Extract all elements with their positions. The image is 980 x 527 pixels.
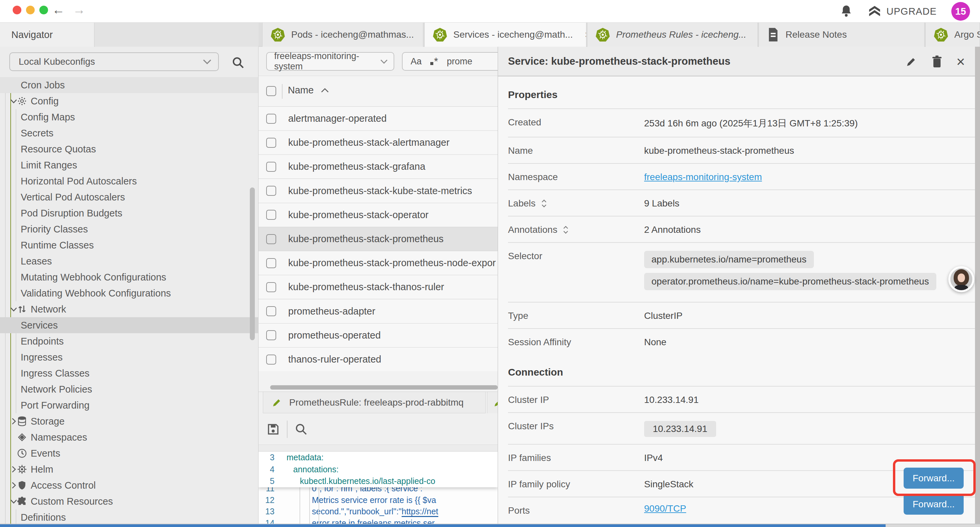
kubernetes-icon (934, 27, 948, 42)
detail-row-labels: Labels9 Labels (508, 189, 976, 216)
dock-tab-next[interactable] (487, 392, 498, 413)
sidebar-item-cron-jobs[interactable]: Cron Jobs (0, 77, 259, 93)
sidebar-item-definitions[interactable]: Definitions (0, 509, 259, 525)
table-row[interactable]: kube-prometheus-stack-prometheus (259, 227, 498, 251)
dock-tab-prometheusrule[interactable]: PrometheusRule: freeleaps-prod-rabbitmq (263, 392, 486, 413)
sidebar-item-vertical-pod-autoscalers[interactable]: Vertical Pod Autoscalers (0, 189, 259, 205)
sidebar-item-endpoints[interactable]: Endpoints (0, 333, 259, 349)
sidebar-scrollbar-thumb[interactable] (250, 188, 255, 340)
sidebar-item-config[interactable]: Config (0, 93, 259, 109)
tab-prometheus-rules-icecheng[interactable]: Prometheus Rules - icecheng... (587, 23, 758, 47)
sidebar-item-access-control[interactable]: Access Control (0, 477, 259, 493)
save-button[interactable] (264, 420, 282, 438)
table-row[interactable]: thanos-ruler-operated (259, 347, 498, 372)
table-row[interactable]: kube-prometheus-stack-prometheus-node-ex… (259, 251, 498, 275)
sidebar-search-button[interactable] (229, 54, 247, 72)
list-search-input[interactable]: Aa * prome (402, 52, 498, 71)
sidebar-item-network-policies[interactable]: Network Policies (0, 381, 259, 397)
select-all-checkbox[interactable] (266, 86, 276, 96)
editor-search-button[interactable] (293, 420, 310, 438)
row-checkbox[interactable] (266, 186, 276, 196)
tab-argo-se[interactable]: Argo Se (925, 23, 980, 47)
sidebar-item-validating-webhook-configurations[interactable]: Validating Webhook Configurations (0, 285, 259, 301)
upgrade-button[interactable]: UPGRADE (867, 5, 937, 18)
expand-toggle-icon[interactable] (562, 225, 570, 235)
row-checkbox[interactable] (266, 114, 276, 124)
detail-label: Cluster IP (508, 393, 644, 405)
sidebar-item-ingresses[interactable]: Ingresses (0, 349, 259, 365)
tab-services-icecheng-math[interactable]: Services - icecheng@math...× (424, 23, 586, 47)
user-avatar[interactable] (948, 266, 974, 292)
drawer-scrollbar-track[interactable] (975, 47, 980, 527)
match-case-toggle[interactable]: Aa (410, 56, 422, 67)
sidebar-item-storage[interactable]: Storage (0, 413, 259, 429)
regex-toggle[interactable]: * (430, 56, 438, 68)
table-row[interactable]: prometheus-adapter (259, 299, 498, 323)
sidebar-item-mutating-webhook-configurations[interactable]: Mutating Webhook Configurations (0, 269, 259, 285)
table-row[interactable]: prometheus-operated (259, 323, 498, 347)
edit-pencil-icon[interactable] (905, 56, 918, 68)
row-checkbox[interactable] (266, 355, 276, 365)
tab-release-notes[interactable]: Release Notes (759, 23, 924, 47)
port-link[interactable]: 9090/TCP (644, 503, 686, 514)
sidebar-item-leases[interactable]: Leases (0, 253, 259, 269)
bell-icon[interactable] (840, 4, 853, 18)
sidebar-item-namespaces[interactable]: Namespaces (0, 429, 259, 445)
row-checkbox[interactable] (266, 330, 276, 340)
tab-pods-icecheng-mathmas[interactable]: Pods - icecheng@mathmas... (262, 23, 423, 47)
sidebar-item-config-maps[interactable]: Config Maps (0, 109, 259, 125)
table-row[interactable]: kube-prometheus-stack-alertmanager (259, 131, 498, 155)
sidebar-item-priority-classes[interactable]: Priority Classes (0, 221, 259, 237)
row-checkbox[interactable] (266, 234, 276, 244)
sidebar-item-custom-resources[interactable]: Custom Resources (0, 493, 259, 509)
editor-top-strip (259, 445, 498, 452)
column-header-name[interactable]: Name (288, 85, 329, 96)
notification-count-badge[interactable]: 15 (951, 2, 970, 21)
namespace-select[interactable]: freeleaps-monitoring-system (266, 52, 394, 71)
table-row[interactable]: kube-prometheus-stack-grafana (259, 155, 498, 179)
table-row[interactable]: kube-prometheus-stack-thanos-ruler (259, 275, 498, 299)
service-name-cell: kube-prometheus-stack-thanos-ruler (288, 282, 444, 293)
yaml-editor[interactable]: 3metadata:4annotations:5kubectl.kubernet… (259, 452, 498, 527)
sidebar-item-port-forwarding[interactable]: Port Forwarding (0, 397, 259, 413)
forward-button[interactable]: Forward... (904, 494, 964, 515)
close-icon[interactable]: × (956, 56, 965, 68)
navigator-panel-tab[interactable]: Navigator (0, 23, 94, 47)
sidebar-item-services[interactable]: Services (0, 317, 259, 333)
sidebar-item-network[interactable]: Network (0, 301, 259, 317)
sidebar-item-resource-quotas[interactable]: Resource Quotas (0, 141, 259, 157)
sidebar-item-secrets[interactable]: Secrets (0, 125, 259, 141)
sidebar-item-ingress-classes[interactable]: Ingress Classes (0, 365, 259, 381)
kubernetes-icon (433, 27, 447, 42)
table-row[interactable]: kube-prometheus-stack-kube-state-metrics (259, 179, 498, 203)
window-minimize-button[interactable] (26, 6, 35, 14)
detail-value: 9 Labels (644, 197, 976, 209)
table-row[interactable]: kube-prometheus-stack-operator (259, 203, 498, 227)
sidebar-item-limit-ranges[interactable]: Limit Ranges (0, 157, 259, 173)
kubeconfig-select[interactable]: Local Kubeconfigs (10, 53, 219, 71)
window-close-button[interactable] (13, 6, 21, 14)
row-checkbox[interactable] (266, 210, 276, 220)
sidebar-item-events[interactable]: Events (0, 445, 259, 461)
row-checkbox[interactable] (266, 138, 276, 148)
sidebar-item-helm[interactable]: Helm (0, 461, 259, 477)
row-checkbox[interactable] (266, 162, 276, 172)
table-horizontal-scrollbar[interactable] (259, 371, 498, 391)
namespace-link[interactable]: freeleaps-monitoring-system (644, 172, 762, 182)
back-arrow-icon[interactable]: ← (50, 3, 67, 17)
detail-value: 10.233.14.91 (644, 393, 976, 405)
forward-button[interactable]: Forward... (904, 468, 964, 489)
tab-close-icon[interactable]: × (585, 29, 586, 40)
delete-trash-icon[interactable] (931, 55, 943, 68)
expand-toggle-icon[interactable] (540, 199, 548, 209)
row-checkbox[interactable] (266, 306, 276, 316)
sidebar-item-pod-disruption-budgets[interactable]: Pod Disruption Budgets (0, 205, 259, 221)
sidebar-item-horizontal-pod-autoscalers[interactable]: Horizontal Pod Autoscalers (0, 173, 259, 189)
window-zoom-button[interactable] (39, 6, 48, 14)
table-row[interactable]: alertmanager-operated (259, 107, 498, 131)
detail-row-type: TypeClusterIP (508, 302, 976, 328)
sidebar-item-runtime-classes[interactable]: Runtime Classes (0, 237, 259, 253)
row-checkbox[interactable] (266, 282, 276, 292)
forward-arrow-icon[interactable]: → (71, 3, 88, 17)
row-checkbox[interactable] (266, 258, 276, 268)
